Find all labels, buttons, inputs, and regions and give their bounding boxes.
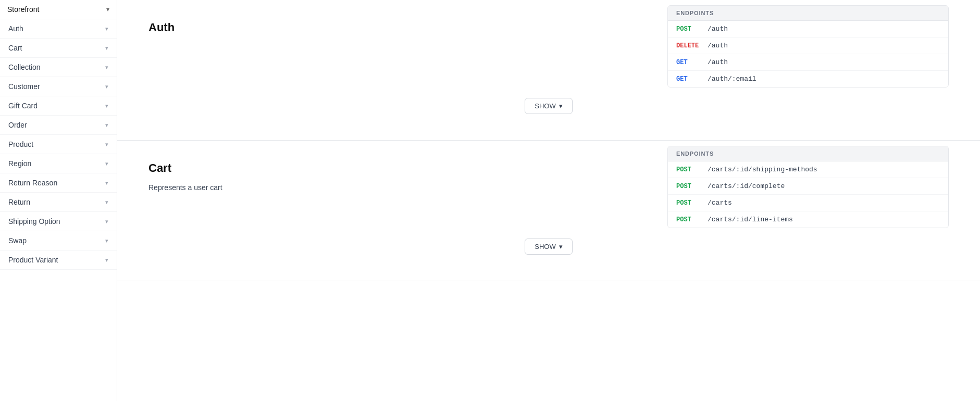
endpoint-method: POST bbox=[676, 166, 708, 173]
nav-chevron-icon: ▾ bbox=[105, 160, 108, 167]
sidebar-item-label: Collection bbox=[8, 63, 40, 71]
storefront-label: Storefront bbox=[7, 5, 39, 14]
endpoint-path: /auth bbox=[708, 58, 728, 66]
endpoint-path: /carts/:id/shipping-methods bbox=[708, 166, 817, 173]
sidebar-item-customer[interactable]: Customer ▾ bbox=[0, 77, 117, 96]
sidebar-item-product-variant[interactable]: Product Variant ▾ bbox=[0, 250, 117, 270]
endpoint-row: POST /auth bbox=[668, 21, 948, 37]
section-description: Represents a user cart bbox=[148, 183, 667, 192]
endpoint-row: DELETE /auth bbox=[668, 37, 948, 54]
main-content: Auth ENDPOINTS POST /auth DELETE /auth G… bbox=[117, 0, 980, 401]
nav-chevron-icon: ▾ bbox=[105, 218, 108, 225]
endpoints-panel: ENDPOINTS POST /auth DELETE /auth GET /a… bbox=[667, 5, 949, 87]
nav-chevron-icon: ▾ bbox=[105, 122, 108, 129]
endpoint-row: GET /auth bbox=[668, 54, 948, 71]
sidebar-item-swap[interactable]: Swap ▾ bbox=[0, 231, 117, 250]
endpoint-path: /auth/:email bbox=[708, 75, 756, 83]
sidebar-item-label: Gift Card bbox=[8, 102, 38, 110]
nav-chevron-icon: ▾ bbox=[105, 83, 108, 90]
section-top: Cart Represents a user cart ENDPOINTS PO… bbox=[148, 161, 949, 228]
endpoint-row: POST /carts/:id/shipping-methods bbox=[668, 161, 948, 178]
endpoint-method: POST bbox=[676, 183, 708, 190]
sidebar-item-label: Customer bbox=[8, 82, 40, 91]
endpoint-method: DELETE bbox=[676, 42, 708, 49]
endpoint-method: GET bbox=[676, 59, 708, 66]
nav-chevron-icon: ▾ bbox=[105, 237, 108, 244]
endpoints-panel: ENDPOINTS POST /carts/:id/shipping-metho… bbox=[667, 146, 949, 228]
storefront-selector[interactable]: Storefront ▾ bbox=[0, 0, 117, 19]
nav-chevron-icon: ▾ bbox=[105, 141, 108, 148]
show-btn-container: SHOW ▾ bbox=[148, 87, 949, 119]
endpoint-row: POST /carts/:id/line-items bbox=[668, 211, 948, 228]
section-auth: Auth ENDPOINTS POST /auth DELETE /auth G… bbox=[117, 0, 980, 141]
nav-chevron-icon: ▾ bbox=[105, 45, 108, 52]
section-top: Auth ENDPOINTS POST /auth DELETE /auth G… bbox=[148, 21, 949, 87]
section-title: Auth bbox=[148, 21, 667, 34]
endpoint-path: /carts/:id/complete bbox=[708, 182, 785, 190]
sidebar-item-label: Return bbox=[8, 198, 30, 206]
storefront-chevron-icon: ▾ bbox=[106, 6, 109, 13]
show-chevron-icon: ▾ bbox=[559, 102, 563, 110]
sidebar-item-product[interactable]: Product ▾ bbox=[0, 135, 117, 154]
endpoints-header: ENDPOINTS bbox=[668, 146, 948, 161]
show-chevron-icon: ▾ bbox=[559, 243, 563, 250]
endpoint-method: POST bbox=[676, 216, 708, 223]
section-left: Cart Represents a user cart bbox=[148, 161, 667, 202]
nav-chevron-icon: ▾ bbox=[105, 103, 108, 109]
nav-chevron-icon: ▾ bbox=[105, 26, 108, 32]
endpoint-row: GET /auth/:email bbox=[668, 71, 948, 87]
show-button-label: SHOW bbox=[535, 243, 555, 250]
sidebar: Storefront ▾ Auth ▾ Cart ▾ Collection ▾ … bbox=[0, 0, 117, 401]
sidebar-item-label: Product Variant bbox=[8, 256, 58, 264]
sidebar-item-label: Return Reason bbox=[8, 179, 57, 187]
sidebar-item-return[interactable]: Return ▾ bbox=[0, 193, 117, 212]
endpoint-row: POST /carts bbox=[668, 195, 948, 211]
show-button[interactable]: SHOW ▾ bbox=[525, 98, 572, 114]
nav-chevron-icon: ▾ bbox=[105, 180, 108, 186]
sidebar-item-auth[interactable]: Auth ▾ bbox=[0, 19, 117, 39]
nav-chevron-icon: ▾ bbox=[105, 64, 108, 71]
sidebar-item-label: Shipping Option bbox=[8, 217, 60, 225]
sidebar-item-label: Auth bbox=[8, 24, 23, 33]
sidebar-item-label: Cart bbox=[8, 44, 22, 52]
endpoint-row: POST /carts/:id/complete bbox=[668, 178, 948, 195]
sidebar-item-label: Swap bbox=[8, 236, 27, 245]
sidebar-item-gift-card[interactable]: Gift Card ▾ bbox=[0, 96, 117, 116]
show-btn-container: SHOW ▾ bbox=[148, 228, 949, 260]
sidebar-item-label: Region bbox=[8, 159, 31, 168]
nav-items: Auth ▾ Cart ▾ Collection ▾ Customer ▾ Gi… bbox=[0, 19, 117, 270]
section-cart: Cart Represents a user cart ENDPOINTS PO… bbox=[117, 141, 980, 281]
nav-chevron-icon: ▾ bbox=[105, 199, 108, 206]
sidebar-item-collection[interactable]: Collection ▾ bbox=[0, 58, 117, 77]
sidebar-item-shipping-option[interactable]: Shipping Option ▾ bbox=[0, 212, 117, 231]
sidebar-item-label: Product bbox=[8, 140, 33, 148]
endpoint-method: GET bbox=[676, 76, 708, 83]
endpoint-path: /carts bbox=[708, 199, 732, 207]
sidebar-item-region[interactable]: Region ▾ bbox=[0, 154, 117, 173]
endpoint-path: /auth bbox=[708, 25, 728, 33]
endpoint-method: POST bbox=[676, 26, 708, 33]
section-left: Auth bbox=[148, 21, 667, 43]
endpoint-method: POST bbox=[676, 199, 708, 207]
sidebar-item-return-reason[interactable]: Return Reason ▾ bbox=[0, 173, 117, 193]
sidebar-item-cart[interactable]: Cart ▾ bbox=[0, 39, 117, 58]
sidebar-item-order[interactable]: Order ▾ bbox=[0, 116, 117, 135]
show-button-label: SHOW bbox=[535, 102, 555, 110]
endpoint-path: /auth bbox=[708, 42, 728, 49]
show-button[interactable]: SHOW ▾ bbox=[525, 239, 572, 255]
sidebar-item-label: Order bbox=[8, 121, 27, 129]
section-title: Cart bbox=[148, 161, 667, 175]
endpoint-path: /carts/:id/line-items bbox=[708, 216, 793, 223]
nav-chevron-icon: ▾ bbox=[105, 257, 108, 264]
endpoints-header: ENDPOINTS bbox=[668, 6, 948, 21]
